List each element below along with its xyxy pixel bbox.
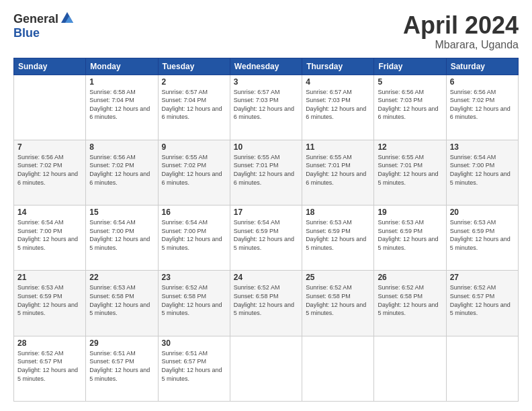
day-info: Sunrise: 6:54 AM Sunset: 7:00 PM Dayligh… — [162, 218, 226, 252]
day-number: 28 — [17, 338, 82, 348]
day-info: Sunrise: 6:56 AM Sunset: 7:02 PM Dayligh… — [450, 88, 515, 122]
day-info: Sunrise: 6:53 AM Sunset: 6:59 PM Dayligh… — [378, 218, 442, 252]
day-number: 21 — [17, 273, 82, 282]
calendar-table: Sunday Monday Tuesday Wednesday Thursday… — [13, 58, 519, 402]
day-number: 1 — [89, 77, 154, 87]
day-info: Sunrise: 6:55 AM Sunset: 7:01 PM Dayligh… — [234, 153, 298, 187]
day-info: Sunrise: 6:56 AM Sunset: 7:03 PM Dayligh… — [378, 88, 442, 122]
day-number: 19 — [378, 208, 442, 217]
day-info: Sunrise: 6:53 AM Sunset: 6:59 PM Dayligh… — [450, 218, 515, 252]
day-number: 26 — [378, 273, 442, 282]
day-number: 7 — [17, 142, 82, 152]
logo: General Blue — [13, 12, 75, 40]
table-row: 25Sunrise: 6:52 AM Sunset: 6:58 PM Dayli… — [302, 271, 374, 336]
col-tuesday: Tuesday — [158, 58, 230, 75]
col-sunday: Sunday — [14, 58, 86, 75]
table-row: 17Sunrise: 6:54 AM Sunset: 6:59 PM Dayli… — [230, 205, 302, 271]
table-row — [230, 336, 302, 401]
table-row: 5Sunrise: 6:56 AM Sunset: 7:03 PM Daylig… — [374, 75, 446, 140]
day-info: Sunrise: 6:57 AM Sunset: 7:03 PM Dayligh… — [306, 88, 370, 122]
logo-general-text: General — [13, 12, 58, 26]
table-row — [374, 336, 446, 401]
day-number: 20 — [450, 208, 515, 217]
day-info: Sunrise: 6:51 AM Sunset: 6:57 PM Dayligh… — [162, 349, 226, 383]
day-info: Sunrise: 6:53 AM Sunset: 6:58 PM Dayligh… — [89, 283, 154, 317]
day-info: Sunrise: 6:53 AM Sunset: 6:59 PM Dayligh… — [306, 218, 370, 252]
table-row: 13Sunrise: 6:54 AM Sunset: 7:00 PM Dayli… — [446, 140, 518, 205]
day-info: Sunrise: 6:52 AM Sunset: 6:58 PM Dayligh… — [306, 283, 370, 317]
table-row: 10Sunrise: 6:55 AM Sunset: 7:01 PM Dayli… — [230, 140, 302, 205]
day-number: 18 — [306, 208, 370, 217]
title-block: April 2024 Mbarara, Uganda — [403, 12, 519, 51]
table-row: 23Sunrise: 6:52 AM Sunset: 6:58 PM Dayli… — [158, 271, 230, 336]
day-number: 10 — [234, 142, 298, 152]
day-info: Sunrise: 6:52 AM Sunset: 6:57 PM Dayligh… — [450, 283, 515, 317]
day-number: 11 — [306, 142, 370, 152]
week-row-1: 7Sunrise: 6:56 AM Sunset: 7:02 PM Daylig… — [14, 140, 519, 205]
col-monday: Monday — [86, 58, 158, 75]
day-number: 5 — [378, 77, 442, 87]
table-row: 18Sunrise: 6:53 AM Sunset: 6:59 PM Dayli… — [302, 205, 374, 271]
day-info: Sunrise: 6:51 AM Sunset: 6:57 PM Dayligh… — [89, 349, 154, 383]
header-row: Sunday Monday Tuesday Wednesday Thursday… — [14, 58, 519, 75]
title-location: Mbarara, Uganda — [403, 39, 519, 51]
table-row — [14, 75, 86, 140]
col-thursday: Thursday — [302, 58, 374, 75]
week-row-3: 21Sunrise: 6:53 AM Sunset: 6:59 PM Dayli… — [14, 271, 519, 336]
table-row: 3Sunrise: 6:57 AM Sunset: 7:03 PM Daylig… — [230, 75, 302, 140]
table-row: 7Sunrise: 6:56 AM Sunset: 7:02 PM Daylig… — [14, 140, 86, 205]
day-info: Sunrise: 6:52 AM Sunset: 6:57 PM Dayligh… — [17, 349, 82, 383]
day-info: Sunrise: 6:55 AM Sunset: 7:01 PM Dayligh… — [306, 153, 370, 187]
logo-icon — [60, 11, 75, 26]
table-row: 2Sunrise: 6:57 AM Sunset: 7:04 PM Daylig… — [158, 75, 230, 140]
day-number: 15 — [89, 208, 154, 217]
table-row: 29Sunrise: 6:51 AM Sunset: 6:57 PM Dayli… — [86, 336, 158, 401]
day-number: 17 — [234, 208, 298, 217]
day-number: 16 — [162, 208, 226, 217]
table-row: 28Sunrise: 6:52 AM Sunset: 6:57 PM Dayli… — [14, 336, 86, 401]
table-row: 24Sunrise: 6:52 AM Sunset: 6:58 PM Dayli… — [230, 271, 302, 336]
day-number: 30 — [162, 338, 226, 348]
day-info: Sunrise: 6:52 AM Sunset: 6:58 PM Dayligh… — [162, 283, 226, 317]
week-row-2: 14Sunrise: 6:54 AM Sunset: 7:00 PM Dayli… — [14, 205, 519, 271]
week-row-0: 1Sunrise: 6:58 AM Sunset: 7:04 PM Daylig… — [14, 75, 519, 140]
day-number: 3 — [234, 77, 298, 87]
day-info: Sunrise: 6:58 AM Sunset: 7:04 PM Dayligh… — [89, 88, 154, 122]
day-info: Sunrise: 6:56 AM Sunset: 7:02 PM Dayligh… — [89, 153, 154, 187]
day-number: 4 — [306, 77, 370, 87]
day-info: Sunrise: 6:57 AM Sunset: 7:04 PM Dayligh… — [162, 88, 226, 122]
table-row: 16Sunrise: 6:54 AM Sunset: 7:00 PM Dayli… — [158, 205, 230, 271]
table-row: 11Sunrise: 6:55 AM Sunset: 7:01 PM Dayli… — [302, 140, 374, 205]
day-number: 23 — [162, 273, 226, 282]
table-row: 19Sunrise: 6:53 AM Sunset: 6:59 PM Dayli… — [374, 205, 446, 271]
table-row: 30Sunrise: 6:51 AM Sunset: 6:57 PM Dayli… — [158, 336, 230, 401]
day-info: Sunrise: 6:52 AM Sunset: 6:58 PM Dayligh… — [234, 283, 298, 317]
day-number: 27 — [450, 273, 515, 282]
day-info: Sunrise: 6:55 AM Sunset: 7:02 PM Dayligh… — [162, 153, 226, 187]
day-info: Sunrise: 6:53 AM Sunset: 6:59 PM Dayligh… — [17, 283, 82, 317]
table-row: 21Sunrise: 6:53 AM Sunset: 6:59 PM Dayli… — [14, 271, 86, 336]
table-row: 9Sunrise: 6:55 AM Sunset: 7:02 PM Daylig… — [158, 140, 230, 205]
day-number: 9 — [162, 142, 226, 152]
table-row: 8Sunrise: 6:56 AM Sunset: 7:02 PM Daylig… — [86, 140, 158, 205]
col-wednesday: Wednesday — [230, 58, 302, 75]
day-number: 6 — [450, 77, 515, 87]
header: General Blue April 2024 Mbarara, Uganda — [13, 12, 519, 51]
table-row: 1Sunrise: 6:58 AM Sunset: 7:04 PM Daylig… — [86, 75, 158, 140]
table-row: 6Sunrise: 6:56 AM Sunset: 7:02 PM Daylig… — [446, 75, 518, 140]
table-row: 22Sunrise: 6:53 AM Sunset: 6:58 PM Dayli… — [86, 271, 158, 336]
day-info: Sunrise: 6:54 AM Sunset: 7:00 PM Dayligh… — [17, 218, 82, 252]
table-row: 15Sunrise: 6:54 AM Sunset: 7:00 PM Dayli… — [86, 205, 158, 271]
table-row: 27Sunrise: 6:52 AM Sunset: 6:57 PM Dayli… — [446, 271, 518, 336]
table-row: 14Sunrise: 6:54 AM Sunset: 7:00 PM Dayli… — [14, 205, 86, 271]
day-number: 25 — [306, 273, 370, 282]
day-info: Sunrise: 6:57 AM Sunset: 7:03 PM Dayligh… — [234, 88, 298, 122]
day-info: Sunrise: 6:54 AM Sunset: 6:59 PM Dayligh… — [234, 218, 298, 252]
day-info: Sunrise: 6:55 AM Sunset: 7:01 PM Dayligh… — [378, 153, 442, 187]
table-row — [302, 336, 374, 401]
table-row — [446, 336, 518, 401]
day-number: 22 — [89, 273, 154, 282]
day-number: 14 — [17, 208, 82, 217]
day-info: Sunrise: 6:52 AM Sunset: 6:58 PM Dayligh… — [378, 283, 442, 317]
day-info: Sunrise: 6:54 AM Sunset: 7:00 PM Dayligh… — [450, 153, 515, 187]
